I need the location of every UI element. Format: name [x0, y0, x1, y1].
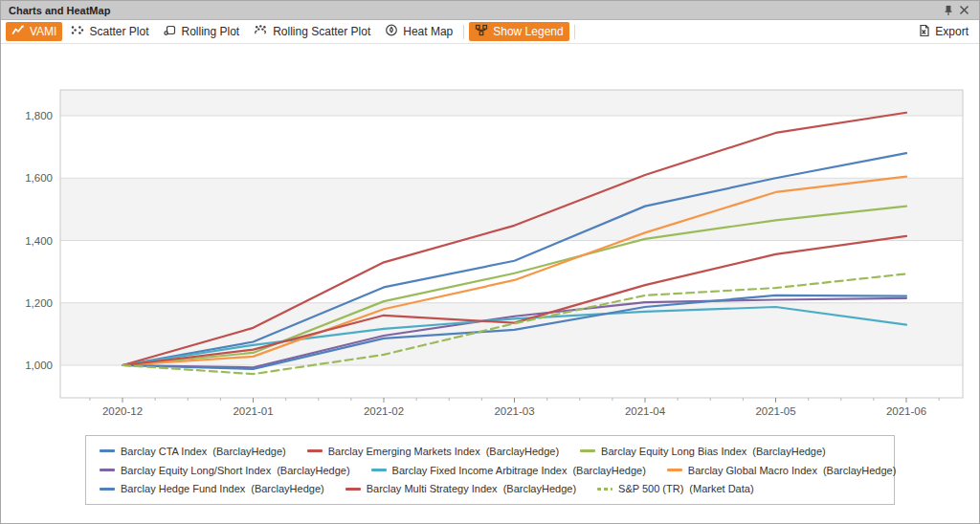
heatmap-icon [385, 24, 398, 39]
legend-label: Barclay CTA Index [121, 446, 207, 457]
y-tick-label: 1,800 [25, 110, 53, 121]
close-icon[interactable] [956, 3, 971, 18]
legend-source: (BarclayHedge) [752, 446, 825, 457]
legend-row: Barclay Hedge Fund Index(BarclayHedge)Ba… [100, 483, 886, 494]
tab-label: Rolling Scatter Plot [273, 25, 370, 38]
legend-row: Barclay CTA Index(BarclayHedge)Barclay E… [100, 446, 886, 457]
legend-label: Barclay Hedge Fund Index [121, 483, 245, 494]
y-tick-label: 1,600 [25, 172, 53, 184]
legend-marker [100, 449, 115, 452]
line-chart-icon [11, 24, 25, 39]
legend-source: (BarclayHedge) [251, 483, 323, 494]
legend-marker [100, 469, 115, 471]
legend-label: Barclay Global Macro Index [688, 465, 817, 476]
charts-panel: Charts and HeatMap VAMI [0, 0, 980, 524]
x-tick-label: 2021-03 [494, 405, 534, 417]
legend-marker [597, 488, 612, 491]
rolling-scatter-icon [254, 24, 268, 39]
legend-item: Barclay Global Macro Index(BarclayHedge) [667, 465, 897, 476]
x-tick-label: 2021-06 [886, 405, 926, 417]
legend-source: (BarclayHedge) [503, 483, 576, 494]
legend-marker [307, 449, 323, 452]
legend-label: Barclay Equity Long/Short Index [121, 465, 271, 476]
tab-rolling-plot[interactable]: Rolling Plot [157, 22, 245, 41]
x-tick-label: 2020-12 [102, 405, 143, 417]
legend-item: Barclay Equity Long Bias Index(BarclayHe… [580, 446, 826, 457]
legend-marker [100, 488, 115, 491]
x-tick-label: 2021-02 [364, 405, 404, 417]
legend-source: (BarclayHedge) [486, 446, 559, 457]
export-label: Export [935, 25, 969, 38]
legend-label: Barclay Multi Strategy Index [367, 483, 498, 494]
grid-band [60, 178, 963, 240]
y-tick-label: 1,400 [25, 235, 53, 247]
legend-row: Barclay Equity Long/Short Index(BarclayH… [100, 465, 886, 476]
excel-file-icon [918, 24, 930, 40]
tab-label: Scatter Plot [89, 25, 148, 38]
tab-scatter-plot[interactable]: Scatter Plot [65, 22, 154, 41]
rolling-plot-icon [163, 24, 176, 39]
legend-item: Barclay Hedge Fund Index(BarclayHedge) [100, 483, 324, 494]
x-tick-label: 2021-04 [625, 405, 666, 417]
chart-legend: Barclay CTA Index(BarclayHedge)Barclay E… [85, 435, 895, 505]
tab-label: VAMI [30, 25, 56, 38]
legend-item: Barclay Equity Long/Short Index(BarclayH… [100, 465, 350, 476]
y-tick-label: 1,200 [25, 297, 53, 309]
legend-marker [580, 449, 595, 452]
legend-item: Barclay Emerging Markets Index(BarclayHe… [307, 446, 559, 457]
y-tick-label: 1,000 [25, 360, 53, 371]
title-bar[interactable]: Charts and HeatMap [1, 1, 979, 20]
legend-label: Barclay Fixed Income Arbitrage Index [392, 465, 568, 476]
tab-label: Heat Map [403, 25, 453, 38]
legend-marker [345, 488, 361, 491]
legend-item: Barclay Multi Strategy Index(BarclayHedg… [345, 483, 576, 494]
legend-icon [475, 24, 488, 39]
toolbar-separator [574, 25, 575, 39]
x-tick-label: 2021-05 [755, 405, 795, 417]
legend-marker [371, 469, 387, 471]
legend-marker [667, 469, 682, 471]
export-button[interactable]: Export [912, 22, 974, 41]
panel-title: Charts and HeatMap [9, 5, 110, 16]
legend-source: (Market Data) [689, 483, 753, 494]
legend-item: Barclay CTA Index(BarclayHedge) [100, 446, 286, 457]
tab-rolling-scatter-plot[interactable]: Rolling Scatter Plot [248, 22, 376, 41]
toggle-show-legend[interactable]: Show Legend [469, 22, 568, 41]
tab-vami[interactable]: VAMI [6, 22, 62, 41]
tab-heat-map[interactable]: Heat Map [379, 22, 458, 41]
tab-label: Show Legend [493, 25, 563, 38]
tab-label: Rolling Plot [181, 25, 239, 38]
legend-label: Barclay Emerging Markets Index [328, 446, 480, 457]
legend-item: Barclay Fixed Income Arbitrage Index(Bar… [371, 465, 646, 476]
pin-icon[interactable] [941, 3, 956, 18]
toolbar-separator [463, 25, 464, 39]
legend-source: (BarclayHedge) [572, 465, 645, 476]
grid-band [60, 90, 963, 116]
legend-item: S&P 500 (TR)(Market Data) [597, 483, 754, 494]
x-tick-label: 2021-01 [233, 405, 273, 417]
chart-toolbar: VAMI Scatter Plot Rolling Plot [1, 20, 979, 44]
legend-source: (BarclayHedge) [823, 465, 896, 476]
legend-source: (BarclayHedge) [277, 465, 349, 476]
legend-source: (BarclayHedge) [212, 446, 285, 457]
legend-label: Barclay Equity Long Bias Index [601, 446, 746, 457]
legend-label: S&P 500 (TR) [618, 483, 683, 494]
scatter-icon [71, 24, 84, 39]
